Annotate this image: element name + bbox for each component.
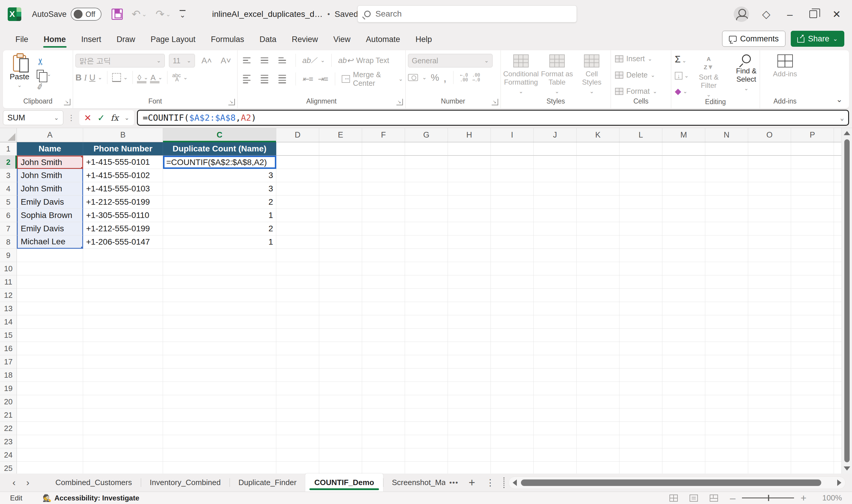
zoom-in-icon[interactable]: +	[800, 492, 806, 504]
cell-E10[interactable]	[319, 262, 362, 275]
cell-J7[interactable]	[534, 222, 577, 235]
cell-I20[interactable]	[491, 395, 534, 409]
cell-M7[interactable]	[663, 222, 705, 235]
row-header-7[interactable]: 7	[0, 222, 17, 235]
cell-K3[interactable]	[577, 169, 619, 182]
increase-indent-icon[interactable]: ⇥≡	[318, 74, 328, 84]
cell-E17[interactable]	[319, 355, 362, 368]
cell-I15[interactable]	[491, 329, 534, 342]
cell-A11[interactable]	[17, 275, 83, 289]
cell-F6[interactable]	[362, 209, 405, 222]
cell-I21[interactable]	[491, 409, 534, 422]
autosum-button[interactable]: Σ ⌄	[675, 54, 689, 65]
cell-L16[interactable]	[619, 342, 663, 355]
restore-button[interactable]	[810, 10, 817, 18]
cell-K7[interactable]	[577, 222, 619, 235]
cell-filler-24[interactable]	[834, 448, 842, 462]
row-header-8[interactable]: 8	[0, 235, 17, 249]
cell-D6[interactable]	[276, 209, 319, 222]
cell-O3[interactable]	[748, 169, 791, 182]
cell-P8[interactable]	[791, 235, 834, 249]
cell-F9[interactable]	[362, 249, 405, 262]
cell-G18[interactable]	[405, 368, 448, 382]
cell-N20[interactable]	[705, 395, 748, 409]
cell-F24[interactable]	[362, 448, 405, 462]
cell-P12[interactable]	[791, 289, 834, 302]
column-header-N[interactable]: N	[705, 128, 748, 142]
cell-O11[interactable]	[748, 275, 791, 289]
cell-I7[interactable]	[491, 222, 534, 235]
cell-G25[interactable]	[405, 462, 448, 475]
cell-H10[interactable]	[448, 262, 491, 275]
cell-B12[interactable]	[83, 289, 163, 302]
cell-K20[interactable]	[577, 395, 619, 409]
cell-D7[interactable]	[276, 222, 319, 235]
cell-L8[interactable]	[619, 235, 663, 249]
menu-tab-formulas[interactable]: Formulas	[203, 31, 252, 48]
enter-icon[interactable]: ✓	[97, 113, 105, 123]
cell-H21[interactable]	[448, 409, 491, 422]
row-header-13[interactable]: 13	[0, 302, 17, 315]
cell-P1[interactable]	[791, 142, 834, 156]
cell-M24[interactable]	[663, 448, 705, 462]
cell-C23[interactable]	[163, 435, 276, 448]
cell-E7[interactable]	[319, 222, 362, 235]
cell-N6[interactable]	[705, 209, 748, 222]
cell-O18[interactable]	[748, 368, 791, 382]
cell-E20[interactable]	[319, 395, 362, 409]
cell-J6[interactable]	[534, 209, 577, 222]
scroll-down-icon[interactable]	[844, 466, 850, 471]
row-header-19[interactable]: 19	[0, 382, 17, 395]
cell-C7[interactable]: 2	[163, 222, 276, 235]
align-top-icon[interactable]	[240, 56, 254, 65]
cell-G15[interactable]	[405, 329, 448, 342]
cell-C14[interactable]	[163, 315, 276, 329]
cell-E6[interactable]	[319, 209, 362, 222]
cell-H7[interactable]	[448, 222, 491, 235]
cell-M10[interactable]	[663, 262, 705, 275]
cell-P23[interactable]	[791, 435, 834, 448]
cell-M2[interactable]	[663, 156, 705, 169]
cell-N22[interactable]	[705, 422, 748, 435]
format-painter-button[interactable]: ✐	[37, 82, 51, 92]
cell-A5[interactable]: Emily Davis	[17, 196, 83, 209]
cell-J19[interactable]	[534, 382, 577, 395]
cell-N24[interactable]	[705, 448, 748, 462]
cell-C18[interactable]	[163, 368, 276, 382]
cell-M21[interactable]	[663, 409, 705, 422]
cell-E12[interactable]	[319, 289, 362, 302]
italic-button[interactable]: I	[84, 73, 87, 83]
cell-H18[interactable]	[448, 368, 491, 382]
scrollbar-resize-handle[interactable]	[504, 478, 504, 488]
cell-J10[interactable]	[534, 262, 577, 275]
row-header-1[interactable]: 1	[0, 142, 17, 156]
previous-sheet-icon[interactable]: ‹	[7, 477, 21, 488]
cell-G2[interactable]	[405, 156, 448, 169]
cell-O25[interactable]	[748, 462, 791, 475]
cell-D18[interactable]	[276, 368, 319, 382]
clear-button[interactable]: ◆⌄	[675, 86, 689, 96]
conditional-formatting-button[interactable]: Conditional Formatting ⌄	[503, 54, 539, 97]
cell-M17[interactable]	[663, 355, 705, 368]
cell-P24[interactable]	[791, 448, 834, 462]
cell-A15[interactable]	[17, 329, 83, 342]
sheet-tab-inventory_combined[interactable]: Inventory_Combined	[141, 473, 230, 491]
cell-L5[interactable]	[619, 196, 663, 209]
cell-N10[interactable]	[705, 262, 748, 275]
clipboard-dialog-launcher-icon[interactable]	[64, 99, 70, 105]
cell-L19[interactable]	[619, 382, 663, 395]
cell-O15[interactable]	[748, 329, 791, 342]
cell-D8[interactable]	[276, 235, 319, 249]
cell-B10[interactable]	[83, 262, 163, 275]
cell-K16[interactable]	[577, 342, 619, 355]
cell-C2[interactable]: =COUNTIF($A$2:$A$8,A2)	[163, 156, 276, 169]
cell-B22[interactable]	[83, 422, 163, 435]
cell-J21[interactable]	[534, 409, 577, 422]
cell-G20[interactable]	[405, 395, 448, 409]
cell-B4[interactable]: +1-415-555-0103	[83, 182, 163, 196]
cell-G7[interactable]	[405, 222, 448, 235]
cell-A24[interactable]	[17, 448, 83, 462]
cell-M3[interactable]	[663, 169, 705, 182]
cell-P11[interactable]	[791, 275, 834, 289]
format-cells-button[interactable]: Format⌄	[615, 87, 669, 95]
